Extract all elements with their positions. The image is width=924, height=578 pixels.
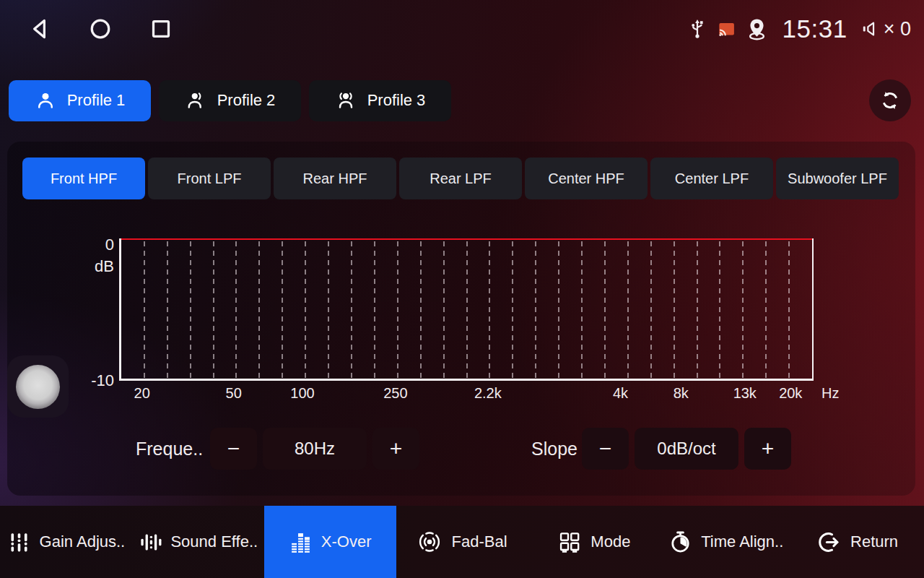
nav-item-gain-adjus[interactable]: Gain Adjus.. (0, 506, 132, 578)
gridline (397, 241, 398, 379)
nav-item-label: Return (850, 532, 898, 551)
profile-tab-label: Profile 3 (367, 91, 426, 110)
frequency-label: Freque.. (136, 428, 203, 470)
gridline (305, 241, 306, 379)
home-button[interactable] (88, 17, 113, 41)
nav-item-fad-bal[interactable]: Fad-Bal (396, 506, 528, 578)
frequency-drag-knob[interactable] (7, 355, 69, 418)
frequency-value: 80Hz (263, 428, 367, 470)
slope-decrease-button[interactable]: − (582, 428, 629, 470)
nav-item-sound-effe[interactable]: Sound Effe.. (132, 506, 264, 578)
x-tick-label: 20k (779, 385, 802, 402)
content-panel: Front HPFFront LPFRear HPFRear LPFCenter… (7, 142, 915, 496)
gridline (697, 241, 698, 379)
person-3-icon (335, 90, 357, 111)
profile-row: Profile 1 Profile 2 Profile 3 (9, 79, 911, 121)
profile-tab-3[interactable]: Profile 3 (309, 80, 451, 121)
profile-tab-1[interactable]: Profile 1 (9, 80, 151, 121)
back-button[interactable] (27, 17, 52, 41)
gain-adjust-icon (7, 530, 31, 554)
fader-balance-icon (417, 529, 443, 555)
gridline (351, 241, 352, 379)
nav-item-label: Mode (590, 532, 630, 551)
nav-item-time-align[interactable]: Time Align.. (660, 506, 792, 578)
nav-item-label: Time Align.. (701, 532, 783, 551)
nav-item-mode[interactable]: Mode (528, 506, 660, 578)
gridline (328, 241, 329, 379)
gridline (788, 241, 790, 379)
gridline (144, 241, 145, 379)
gridline (213, 241, 214, 379)
gridline (604, 241, 606, 379)
gridline (674, 241, 675, 379)
nav-item-label: Gain Adjus.. (40, 532, 126, 551)
x-tick-label: 20 (134, 385, 150, 402)
gridline (581, 241, 583, 379)
frequency-decrease-button[interactable]: − (210, 428, 257, 470)
status-indicators: 15:31 × 0 (687, 0, 911, 58)
gridline (627, 241, 629, 379)
gridline (558, 241, 559, 379)
y-axis-tick-0: 0 (81, 236, 114, 254)
filter-controls: Freque.. − 80Hz + Slope − 0dB/oct + (7, 428, 915, 470)
mode-icon (557, 530, 582, 554)
nav-item-label: X-Over (321, 532, 372, 551)
gridline (742, 241, 744, 379)
slope-increase-button[interactable]: + (744, 428, 791, 470)
gridline (374, 241, 375, 379)
android-nav-buttons (27, 0, 173, 58)
x-over-icon (289, 530, 313, 554)
nav-item-x-over[interactable]: X-Over (264, 506, 396, 578)
x-tick-label: 250 (383, 385, 407, 402)
gridline (719, 241, 720, 379)
volume-level: × 0 (884, 18, 911, 40)
x-tick-label: 13k (733, 385, 757, 402)
gridline (535, 241, 536, 379)
slope-value: 0dB/oct (635, 428, 738, 470)
nav-item-label: Fad-Bal (451, 532, 507, 551)
slope-label: Slope (531, 428, 578, 470)
usb-icon (687, 17, 708, 40)
bottom-nav-bar: Gain Adjus..Sound Effe..X-OverFad-BalMod… (0, 506, 924, 578)
gridline (235, 241, 237, 379)
frequency-increase-button[interactable]: + (372, 428, 419, 470)
gridline (190, 241, 191, 379)
cast-icon (716, 19, 737, 40)
x-axis-unit: Hz (821, 385, 839, 402)
profile-tab-label: Profile 1 (67, 91, 126, 110)
knob-handle[interactable] (16, 365, 60, 409)
refresh-button[interactable] (869, 79, 911, 121)
y-axis-tick-m10: -10 (81, 371, 114, 390)
person-icon (35, 90, 56, 111)
location-icon (745, 17, 769, 41)
gridline (443, 241, 445, 379)
gridline (466, 241, 468, 379)
return-icon (818, 530, 842, 554)
response-curve-line (121, 238, 812, 240)
status-bar: 15:31 × 0 (0, 0, 924, 58)
profile-tab-label: Profile 2 (217, 91, 276, 110)
home-icon (88, 17, 113, 41)
x-tick-label: 2.2k (474, 385, 502, 402)
sound-effects-icon (138, 530, 162, 554)
gridline (420, 241, 422, 379)
nav-item-label: Sound Effe.. (170, 532, 258, 551)
gridline (167, 241, 168, 379)
time-align-icon (668, 530, 692, 554)
plot-area (119, 238, 814, 381)
x-tick-label: 50 (226, 385, 242, 402)
volume-muted-icon (861, 19, 881, 39)
gridline (258, 241, 260, 379)
gridline (489, 241, 490, 379)
back-icon (27, 17, 52, 41)
profile-tab-2[interactable]: Profile 2 (159, 80, 301, 121)
gridline (650, 241, 652, 379)
x-axis-tick-labels: 20501002502.2k4k8k13k20k (119, 385, 814, 404)
recents-icon (149, 17, 173, 41)
recents-button[interactable] (149, 17, 173, 41)
y-axis-unit: dB (81, 257, 114, 276)
x-tick-label: 8k (674, 385, 689, 402)
clock: 15:31 (783, 14, 847, 43)
person-2-icon (185, 90, 206, 111)
nav-item-return[interactable]: Return (792, 506, 924, 578)
